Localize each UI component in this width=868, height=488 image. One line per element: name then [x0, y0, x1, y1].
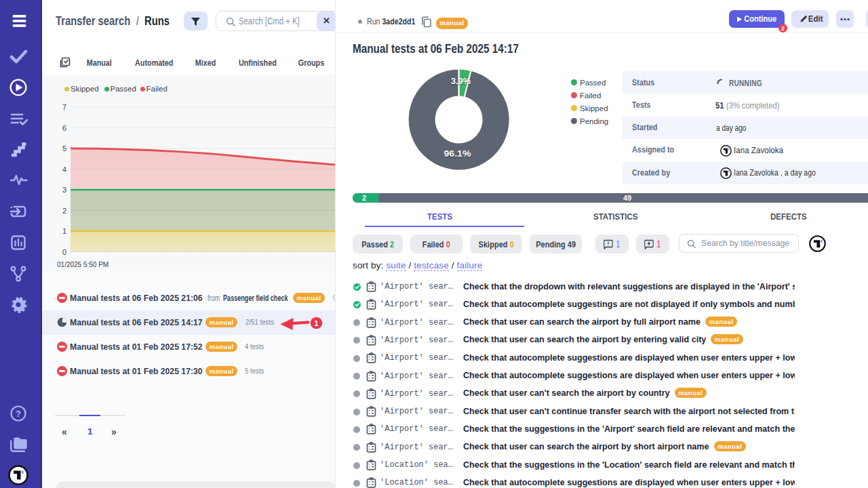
svg-text:0: 0: [62, 248, 66, 256]
svg-text:3.9%: 3.9%: [451, 76, 471, 86]
svg-text:5: 5: [62, 144, 66, 152]
svg-text:4: 4: [62, 165, 66, 174]
svg-text:2: 2: [62, 207, 66, 215]
svg-text:1: 1: [62, 227, 66, 235]
svg-text:7: 7: [62, 103, 66, 111]
svg-text:3: 3: [62, 186, 66, 194]
svg-text:6: 6: [62, 124, 66, 132]
svg-text:?: ?: [16, 409, 21, 419]
svg-text:1: 1: [314, 319, 319, 327]
svg-text:96.1%: 96.1%: [444, 148, 471, 159]
